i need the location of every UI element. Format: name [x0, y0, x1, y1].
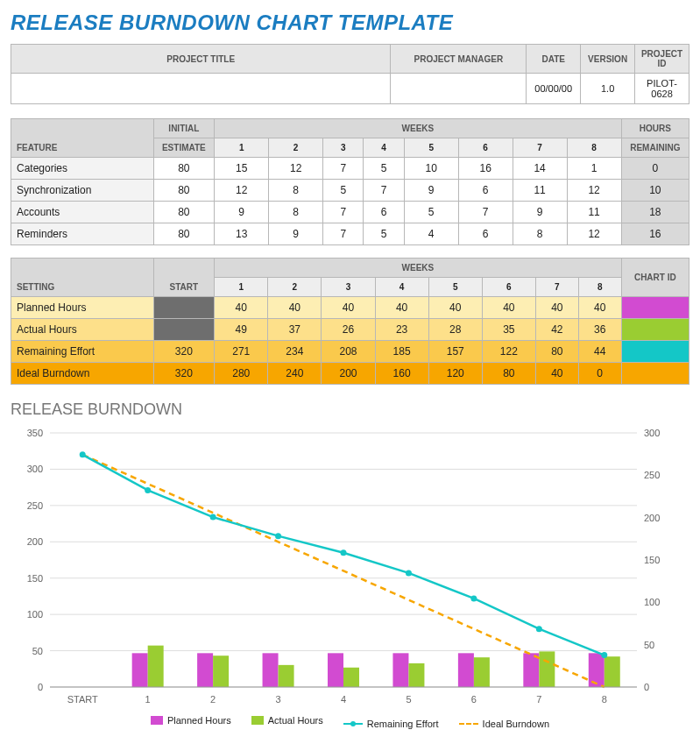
col-week: 5 [428, 278, 482, 297]
svg-text:250: 250 [644, 470, 660, 480]
row-planned: Planned Hours 40 40 40 40 40 40 40 40 [11, 297, 689, 319]
col-week: 7 [535, 278, 578, 297]
label-hours-2: REMAINING [621, 138, 689, 158]
feature-name: Reminders [11, 223, 154, 245]
cell: 44 [578, 341, 621, 363]
col-week: 6 [458, 138, 513, 158]
row-remaining: Remaining Effort 320 271 234 208 185 157… [11, 341, 689, 363]
label-project-id: PROJECT ID [635, 45, 689, 74]
cell: 13 [215, 223, 269, 245]
hours-remaining: 0 [621, 158, 689, 180]
label-start: START [153, 259, 215, 297]
cell: 12 [567, 223, 621, 245]
col-week: 2 [269, 138, 323, 158]
cell: 40 [322, 297, 375, 319]
cell: 11 [513, 180, 567, 202]
label-feature: FEATURE [11, 119, 154, 158]
feature-name: Synchronization [11, 180, 154, 202]
cell: 5 [404, 202, 458, 223]
svg-text:8: 8 [602, 694, 607, 705]
svg-rect-38 [523, 653, 539, 687]
feature-name: Categories [11, 158, 154, 180]
col-week: 8 [567, 138, 621, 158]
legend-remain: Remaining Effort [343, 719, 439, 729]
svg-text:0: 0 [38, 682, 43, 692]
svg-point-52 [341, 549, 347, 556]
value-date[interactable]: 00/00/00 [527, 74, 581, 104]
label-weeks: WEEKS [215, 119, 621, 138]
swatch-ideal [621, 363, 689, 385]
cell: 6 [364, 202, 404, 223]
cell: 35 [482, 319, 535, 341]
cell: 240 [268, 363, 322, 385]
cell: 40 [375, 297, 428, 319]
cell: 40 [535, 297, 578, 319]
label-weeks-2: WEEKS [215, 259, 621, 278]
cell: 12 [567, 180, 621, 202]
value-project-manager[interactable] [391, 74, 527, 104]
svg-text:100: 100 [644, 597, 660, 607]
cell: 37 [268, 319, 322, 341]
label-project-title: PROJECT TITLE [11, 45, 391, 74]
svg-rect-42 [279, 665, 294, 687]
feature-table: FEATURE INITIAL WEEKS HOURS ESTIMATE 1 2… [11, 118, 689, 245]
cell: 185 [375, 341, 428, 363]
cell: 7 [364, 180, 404, 202]
chart-title: RELEASE BURNDOWN [11, 400, 689, 419]
hours-remaining: 18 [621, 202, 689, 223]
svg-text:50: 50 [32, 646, 43, 656]
cell: 120 [428, 363, 482, 385]
col-week: 5 [404, 138, 458, 158]
cell: 5 [364, 158, 404, 180]
cell: 271 [215, 341, 268, 363]
col-week: 4 [364, 138, 404, 158]
svg-rect-33 [197, 653, 213, 687]
cell: 160 [375, 363, 428, 385]
label-setting: SETTING [11, 259, 154, 297]
cell: 11 [567, 202, 621, 223]
cell: 0 [578, 363, 621, 385]
svg-text:START: START [67, 694, 98, 705]
project-info-table: PROJECT TITLE PROJECT MANAGER DATE VERSI… [11, 44, 689, 104]
cell: 40 [482, 297, 535, 319]
legend-actual: Actual Hours [251, 715, 323, 726]
svg-point-54 [470, 595, 477, 601]
cell: 10 [404, 158, 458, 180]
svg-text:300: 300 [27, 464, 43, 474]
square-icon [151, 716, 163, 725]
col-week: 1 [215, 278, 268, 297]
col-week: 2 [268, 278, 322, 297]
cell: 280 [215, 363, 268, 385]
cell: 8 [269, 202, 323, 223]
svg-text:250: 250 [27, 500, 43, 511]
svg-rect-35 [328, 653, 343, 687]
dash-icon [459, 723, 478, 725]
ideal-start: 320 [153, 363, 215, 385]
cell: 40 [215, 297, 268, 319]
cell: 4 [404, 223, 458, 245]
cell: 234 [268, 341, 322, 363]
planned-start [153, 297, 215, 319]
cell: 14 [513, 158, 567, 180]
svg-point-51 [275, 533, 281, 539]
row-ideal: Ideal Burndown 320 280 240 200 160 120 8… [11, 363, 689, 385]
cell: 9 [513, 202, 567, 223]
value-project-title[interactable] [11, 74, 391, 104]
svg-text:6: 6 [471, 694, 477, 705]
svg-text:50: 50 [644, 640, 654, 650]
label-hours-1: HOURS [621, 119, 689, 138]
svg-rect-40 [148, 646, 164, 687]
cell: 40 [268, 297, 322, 319]
label-chart-id: CHART ID [621, 259, 689, 297]
svg-point-50 [210, 514, 216, 521]
legend-label: Actual Hours [268, 715, 323, 726]
hours-remaining: 10 [621, 180, 689, 202]
svg-rect-41 [213, 655, 229, 687]
label-version: VERSION [581, 45, 635, 74]
label-date: DATE [527, 45, 581, 74]
value-project-id[interactable]: PILOT-0628 [635, 74, 689, 104]
svg-rect-37 [458, 653, 474, 687]
cell: 80 [535, 341, 578, 363]
cell: 80 [153, 158, 215, 180]
value-version[interactable]: 1.0 [581, 74, 635, 104]
